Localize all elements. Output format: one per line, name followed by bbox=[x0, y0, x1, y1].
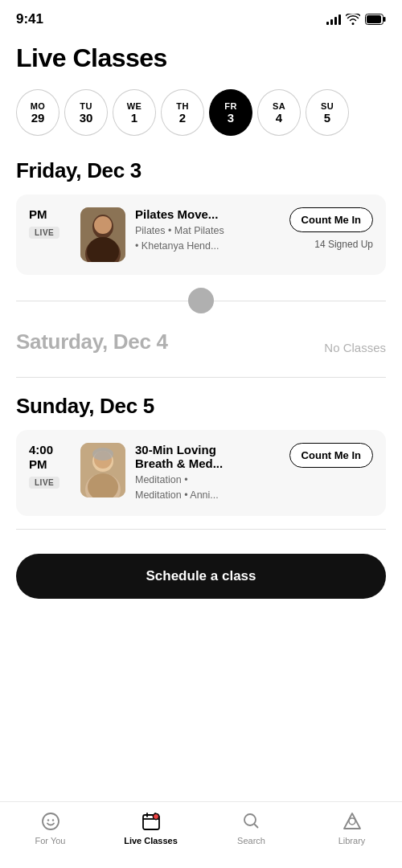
svg-point-15 bbox=[47, 819, 48, 821]
live-badge: LIVE bbox=[29, 227, 59, 239]
section-header-saturday: Saturday, Dec 4 bbox=[16, 330, 168, 354]
day-name: FR bbox=[224, 101, 236, 111]
day-num: 3 bbox=[228, 111, 234, 125]
nav-label-live-classes: Live Classes bbox=[124, 836, 178, 845]
nav-item-live-classes[interactable]: Live Classes bbox=[100, 810, 201, 845]
smiley-icon bbox=[39, 810, 62, 833]
date-item-th2[interactable]: TH 2 bbox=[161, 89, 204, 136]
day-name: MO bbox=[31, 101, 45, 111]
section-friday: Friday, Dec 3 PM LIVE Pilates Move... bbox=[16, 158, 386, 275]
main-content: Live Classes MO 29 TU 30 WE 1 TH 2 FR 3 … bbox=[0, 35, 402, 687]
class-actions-pilates: Count Me In 14 Signed Up bbox=[289, 207, 373, 250]
date-item-mo29[interactable]: MO 29 bbox=[16, 89, 59, 136]
nav-label-search: Search bbox=[237, 836, 265, 845]
svg-point-19 bbox=[153, 814, 158, 820]
class-info-meditation: 30-Min LovingBreath & Med... Meditation … bbox=[135, 443, 280, 503]
schedule-button[interactable]: Schedule a class bbox=[16, 554, 386, 599]
class-time-col-meditation: 4:00PM LIVE bbox=[29, 443, 71, 489]
svg-point-14 bbox=[43, 813, 59, 829]
status-time: 9:41 bbox=[16, 11, 43, 27]
instructor-photo-pilates bbox=[80, 207, 125, 262]
signed-up-text-pilates: 14 Signed Up bbox=[314, 239, 373, 250]
class-name-pilates: Pilates Move... bbox=[135, 207, 280, 221]
date-item-we1[interactable]: WE 1 bbox=[113, 89, 156, 136]
divider-dot-container bbox=[16, 288, 386, 313]
class-actions-meditation: Count Me In bbox=[289, 443, 373, 468]
wifi-icon bbox=[346, 14, 360, 25]
nav-item-library[interactable]: Library bbox=[302, 810, 402, 845]
day-name: SU bbox=[321, 101, 334, 111]
svg-point-6 bbox=[94, 216, 112, 234]
nav-item-for-you[interactable]: For You bbox=[0, 810, 100, 845]
class-time: PM bbox=[29, 207, 47, 222]
calendar-icon bbox=[140, 810, 162, 833]
day-num: 1 bbox=[131, 111, 137, 125]
no-classes-text: No Classes bbox=[324, 341, 386, 354]
day-num: 4 bbox=[276, 111, 282, 125]
day-num: 30 bbox=[80, 111, 93, 125]
section-header-friday: Friday, Dec 3 bbox=[16, 158, 386, 183]
instructor-photo-meditation bbox=[80, 443, 125, 497]
signal-icon bbox=[326, 14, 341, 25]
day-name: WE bbox=[127, 101, 142, 111]
svg-point-21 bbox=[349, 818, 355, 825]
svg-point-12 bbox=[92, 448, 113, 461]
date-item-su5[interactable]: SU 5 bbox=[306, 89, 349, 136]
class-meta-meditation: Meditation •Meditation • Anni... bbox=[135, 473, 280, 503]
divider-simple-2 bbox=[16, 529, 386, 530]
status-bar: 9:41 bbox=[0, 0, 402, 35]
day-num: 29 bbox=[31, 111, 45, 125]
svg-point-16 bbox=[51, 819, 53, 821]
class-card-meditation: 4:00PM LIVE 30-Min LovingBreath & Med...… bbox=[16, 430, 386, 516]
day-name: TU bbox=[80, 101, 92, 111]
svg-rect-2 bbox=[367, 15, 381, 23]
live-badge-meditation: LIVE bbox=[29, 477, 59, 489]
divider-dot bbox=[188, 288, 214, 313]
class-card-pilates: PM LIVE Pilates Move... Pilates • Mat Pi… bbox=[16, 194, 386, 275]
date-picker: MO 29 TU 30 WE 1 TH 2 FR 3 SA 4 SU 5 bbox=[16, 89, 386, 136]
triangle-icon bbox=[341, 810, 363, 833]
section-sunday: Sunday, Dec 5 4:00PM LIVE 30 bbox=[16, 394, 386, 516]
class-time-meditation: 4:00PM bbox=[29, 443, 53, 472]
search-icon bbox=[240, 810, 263, 833]
day-name: TH bbox=[176, 101, 188, 111]
date-item-fr3[interactable]: FR 3 bbox=[209, 89, 252, 136]
date-item-sa4[interactable]: SA 4 bbox=[257, 89, 301, 136]
class-info-pilates: Pilates Move... Pilates • Mat Pilates• K… bbox=[135, 207, 280, 254]
divider-simple bbox=[16, 377, 386, 378]
section-saturday: Saturday, Dec 4 No Classes bbox=[16, 330, 386, 366]
section-header-sunday: Sunday, Dec 5 bbox=[16, 394, 386, 419]
nav-label-for-you: For You bbox=[35, 836, 66, 845]
saturday-header-row: Saturday, Dec 4 No Classes bbox=[16, 330, 386, 366]
nav-item-search[interactable]: Search bbox=[201, 810, 302, 845]
page-title: Live Classes bbox=[16, 43, 386, 73]
battery-icon bbox=[365, 14, 386, 25]
class-name-meditation: 30-Min LovingBreath & Med... bbox=[135, 443, 280, 470]
svg-rect-1 bbox=[384, 17, 386, 22]
nav-label-library: Library bbox=[338, 836, 366, 845]
class-meta-pilates: Pilates • Mat Pilates• Khetanya Hend... bbox=[135, 223, 280, 254]
bottom-nav: For You Live Classes Search bbox=[0, 801, 402, 868]
bottom-spacer bbox=[16, 615, 386, 687]
day-name: SA bbox=[273, 101, 285, 111]
day-num: 2 bbox=[179, 111, 186, 125]
class-time-col: PM LIVE bbox=[29, 207, 71, 239]
date-item-tu30[interactable]: TU 30 bbox=[64, 89, 108, 136]
count-me-button-pilates[interactable]: Count Me In bbox=[289, 207, 373, 232]
count-me-button-meditation[interactable]: Count Me In bbox=[289, 443, 373, 468]
day-num: 5 bbox=[324, 111, 330, 125]
status-icons bbox=[326, 14, 386, 25]
